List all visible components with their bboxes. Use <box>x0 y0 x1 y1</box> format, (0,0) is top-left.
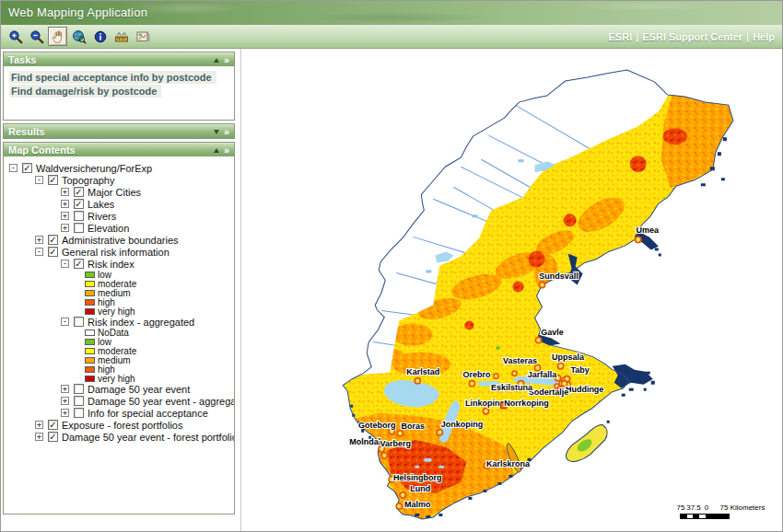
layer-checkbox[interactable]: ✓ <box>48 175 58 185</box>
zoom-in-button[interactable] <box>6 27 25 46</box>
city-marker-jonkoping[interactable] <box>437 430 442 435</box>
city-label-boras: Boras <box>402 422 426 431</box>
tree-legend-row: low <box>4 270 234 279</box>
layer-checkbox[interactable] <box>74 211 84 221</box>
map-tools <box>1 27 152 46</box>
layer-checkbox[interactable]: ✓ <box>48 235 58 245</box>
city-label-gavle: Gavle <box>541 328 564 337</box>
legend-swatch <box>85 357 95 364</box>
measure-button[interactable] <box>111 27 131 46</box>
city-marker-orebro[interactable] <box>469 381 474 387</box>
city-marker[interactable] <box>494 374 498 378</box>
task-link-special-acceptance[interactable]: Find special acceptance info by postcode <box>9 71 216 84</box>
legend-swatch <box>85 339 95 345</box>
task-link-damage-risk[interactable]: Find damage/risk by postcode <box>9 85 161 98</box>
layer-label: Rivers <box>88 211 116 222</box>
expand-node-icon[interactable]: + <box>61 200 69 208</box>
tree-legend-row: very high <box>4 306 234 316</box>
collapse-node-icon[interactable]: - <box>35 176 43 184</box>
expand-node-icon[interactable]: + <box>61 409 69 417</box>
layer-checkbox[interactable]: ✓ <box>48 247 58 257</box>
tasks-panel-header[interactable]: Tasks » <box>4 52 234 66</box>
zoom-out-button[interactable] <box>27 27 46 46</box>
scale-bar: 75 37.5 0 75 Kilometers <box>680 503 783 524</box>
city-label-sundsvall: Sundsvall <box>539 272 578 281</box>
map-contents-panel-header[interactable]: Map Contents » <box>4 143 234 156</box>
tasks-list: Find special acceptance info by postcode… <box>4 66 234 120</box>
map-viewport[interactable]: UmeaSundsvallGavleUppsalaVasterasTabyJar… <box>240 49 782 532</box>
layer-label: Damage 50 year event - aggregated <box>88 396 234 407</box>
map-canvas[interactable]: UmeaSundsvallGavleUppsalaVasterasTabyJar… <box>241 49 782 532</box>
expand-node-icon[interactable]: + <box>61 188 69 196</box>
city-marker[interactable] <box>512 371 517 376</box>
city-marker-gavle[interactable] <box>535 337 541 342</box>
layer-checkbox[interactable]: ✓ <box>74 187 84 197</box>
expand-node-icon[interactable]: + <box>61 385 69 393</box>
tree-layer-row: +Info for special acceptance <box>4 407 234 419</box>
panel-menu-icon[interactable]: » <box>224 127 229 136</box>
layer-checkbox[interactable] <box>74 384 84 394</box>
layer-label: Damage 50 year event - forest portfolios <box>62 432 234 443</box>
city-marker-malmo[interactable] <box>396 503 402 509</box>
city-marker-umea[interactable] <box>636 237 641 242</box>
print-button[interactable] <box>133 27 152 46</box>
esri-link[interactable]: ESRI <box>609 31 633 42</box>
results-panel-title: Results <box>4 126 214 137</box>
scalebar-label: 0 <box>705 503 708 512</box>
tree-legend-row: moderate <box>4 346 234 355</box>
pan-button[interactable] <box>48 27 67 46</box>
city-marker-uppsala[interactable] <box>557 364 563 369</box>
collapse-panel-icon[interactable] <box>214 58 219 63</box>
legend-label: very high <box>98 374 135 384</box>
sidebar: Tasks » Find special acceptance info by … <box>1 49 239 532</box>
identify-button[interactable] <box>90 27 110 46</box>
panel-menu-icon[interactable]: » <box>224 55 229 64</box>
city-marker-varberg[interactable] <box>381 453 387 458</box>
city-label-sodertalje: Sodertalje <box>529 387 569 397</box>
collapse-node-icon[interactable]: - <box>9 164 18 172</box>
main-content: Tasks » Find special acceptance info by … <box>1 49 782 532</box>
city-marker-lund[interactable] <box>400 492 405 498</box>
layer-checkbox[interactable]: ✓ <box>74 259 84 269</box>
esri-support-link[interactable]: ESRI Support Center <box>642 31 742 42</box>
expand-node-icon[interactable]: + <box>35 421 43 429</box>
collapse-node-icon[interactable]: - <box>35 248 43 256</box>
city-label-karlstad: Karlstad <box>406 367 439 376</box>
layer-checkbox[interactable]: ✓ <box>48 432 58 442</box>
city-marker-karlstad[interactable] <box>415 378 420 384</box>
results-panel-header[interactable]: Results » <box>4 124 234 138</box>
city-marker-boras[interactable] <box>397 431 403 436</box>
expand-node-icon[interactable]: + <box>35 236 43 244</box>
tree-layer-row: +Rivers <box>4 210 234 222</box>
layer-label: Risk index <box>88 259 134 270</box>
layer-checkbox[interactable] <box>74 317 84 327</box>
layer-checkbox[interactable]: ✓ <box>48 420 58 430</box>
layer-checkbox[interactable] <box>74 396 84 406</box>
layer-checkbox[interactable]: ✓ <box>74 199 84 209</box>
layer-label: Lakes <box>88 199 114 210</box>
city-marker-sundsvall[interactable] <box>539 282 544 287</box>
panel-menu-icon[interactable]: » <box>224 145 229 155</box>
tree-layer-row: +Damage 50 year event - aggregated <box>4 395 234 407</box>
full-extent-button[interactable] <box>69 27 88 46</box>
expand-node-icon[interactable]: + <box>61 212 69 220</box>
city-label-goteborg: Goteborg <box>358 421 395 430</box>
expand-node-icon[interactable]: + <box>61 224 69 232</box>
collapse-panel-icon[interactable] <box>214 148 219 153</box>
expand-node-icon[interactable]: + <box>35 433 43 441</box>
layer-label: Topography <box>62 175 115 186</box>
layer-checkbox[interactable] <box>74 408 84 418</box>
expand-node-icon[interactable]: + <box>61 397 69 405</box>
city-marker-linkoping[interactable] <box>483 409 488 414</box>
layer-checkbox[interactable]: ✓ <box>22 163 32 173</box>
expand-panel-icon[interactable] <box>214 130 219 134</box>
collapse-node-icon[interactable]: - <box>61 260 69 268</box>
layer-checkbox[interactable] <box>74 223 84 233</box>
tree-legend-row: high <box>4 297 234 306</box>
tree-layer-row: +✓Administrative boundaries <box>4 234 234 246</box>
legend-swatch <box>85 376 95 382</box>
collapse-node-icon[interactable]: - <box>61 318 69 326</box>
help-link[interactable]: Help <box>753 31 775 42</box>
tree-layer-row: -✓Risk index <box>4 258 234 270</box>
title-bar: Web Mapping Application <box>1 1 782 25</box>
